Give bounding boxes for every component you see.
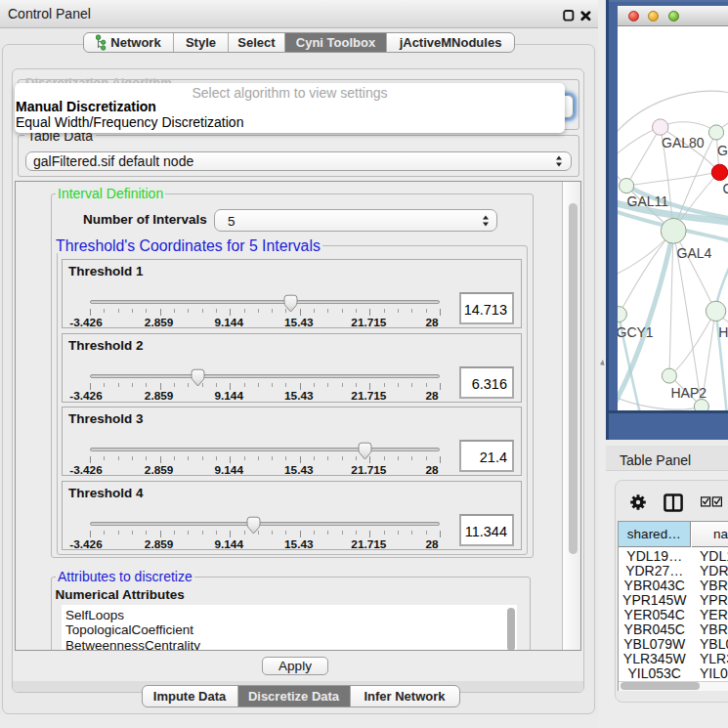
svg-text:GCY1: GCY1 [618, 324, 654, 340]
svg-text:HAP2: HAP2 [671, 385, 707, 401]
svg-text:H: H [718, 324, 728, 340]
svg-text:GAL4: GAL4 [677, 245, 712, 261]
svg-text:C: C [723, 181, 728, 196]
svg-text:GAL80: GAL80 [662, 135, 705, 150]
svg-text:GAL11: GAL11 [627, 193, 669, 209]
svg-text:GA: GA [717, 143, 728, 158]
